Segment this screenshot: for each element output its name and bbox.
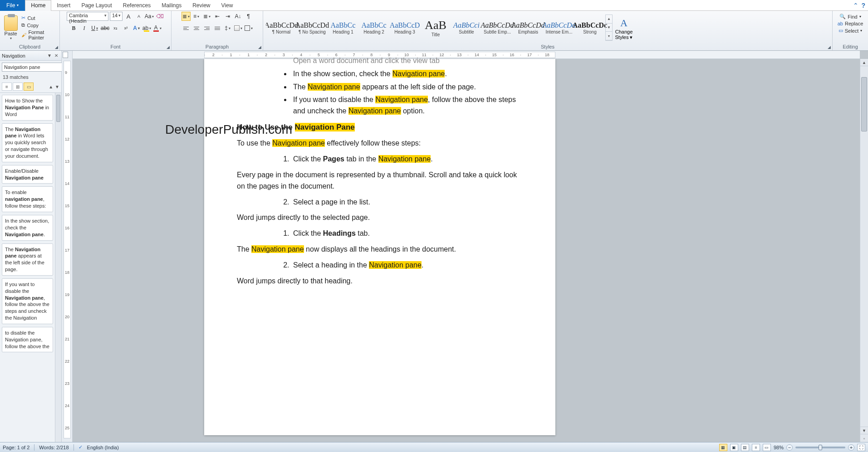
file-tab[interactable]: File ▾: [0, 0, 25, 11]
find-button[interactable]: 🔍Find ▾: [839, 14, 861, 19]
style-heading-3[interactable]: AaBbCcDHeading 3: [389, 15, 420, 41]
paste-button[interactable]: Paste ▾: [3, 15, 19, 40]
align-left-button[interactable]: [181, 24, 191, 33]
vertical-scrollbar[interactable]: ▲ ▼: [860, 59, 868, 434]
style--no-spacing[interactable]: AaBbCcDd¶ No Spacing: [297, 15, 328, 41]
help-icon[interactable]: ?: [861, 2, 865, 9]
bullets-button[interactable]: ≣▾: [181, 12, 191, 21]
style-heading-2[interactable]: AaBbCcHeading 2: [358, 15, 389, 41]
tab-review[interactable]: Review: [187, 0, 216, 11]
zoom-in-button[interactable]: +: [848, 444, 854, 451]
tab-page-layout[interactable]: Page Layout: [76, 0, 117, 11]
nav-result-item[interactable]: Enable/Disable Navigation pane: [2, 165, 53, 184]
style-title[interactable]: AaBTitle: [420, 15, 451, 41]
nav-tab-results[interactable]: ▭: [24, 83, 34, 91]
line-spacing-button[interactable]: ‡▾: [223, 24, 232, 33]
show-marks-button[interactable]: ¶: [244, 12, 253, 21]
bold-button[interactable]: B: [69, 24, 78, 33]
nav-result-item[interactable]: In the show section, check the Navigatio…: [2, 215, 53, 241]
zoom-level[interactable]: 98%: [774, 445, 784, 450]
styles-launcher[interactable]: ◢: [828, 45, 831, 49]
nav-search-input[interactable]: [2, 63, 69, 72]
document-page[interactable]: DeveloperPublish.com Open a word documen…: [204, 59, 555, 435]
align-right-button[interactable]: [202, 24, 211, 33]
format-painter-button[interactable]: 🖌Format Painter: [21, 29, 57, 40]
italic-button[interactable]: I: [80, 24, 89, 33]
style-strong[interactable]: AaBbCcDcStrong: [574, 15, 605, 41]
nav-next-result-icon[interactable]: ▼: [55, 84, 59, 89]
shrink-font-button[interactable]: A: [134, 12, 143, 21]
nav-result-item[interactable]: The Navigation pane appears at the left …: [2, 243, 53, 276]
nav-result-item[interactable]: If you want to disable the Navigation pa…: [2, 278, 53, 324]
highlight-color-button[interactable]: ab▾: [142, 24, 152, 33]
style--normal[interactable]: AaBbCcDd¶ Normal: [266, 15, 297, 41]
text-effects-button[interactable]: A▾: [132, 24, 141, 33]
font-size-combo[interactable]: 14: [110, 12, 123, 21]
style-subtle-emp-[interactable]: AaBbCcDdSubtle Emp...: [482, 15, 513, 41]
change-case-button[interactable]: Aa▾: [145, 12, 154, 21]
change-styles-button[interactable]: AChangeStyles ▾: [613, 15, 635, 40]
tab-references[interactable]: References: [118, 0, 156, 11]
cut-button[interactable]: ✂Cut: [21, 15, 57, 21]
font-name-combo[interactable]: Cambria (Headin: [67, 12, 108, 21]
strikethrough-button[interactable]: abc: [101, 24, 110, 33]
nav-pane-menu-icon[interactable]: ▼: [46, 53, 53, 58]
view-print-layout-button[interactable]: ▦: [719, 444, 727, 451]
status-language[interactable]: English (India): [87, 445, 119, 450]
numbering-button[interactable]: ≡▾: [192, 12, 201, 21]
view-web-button[interactable]: ▤: [741, 444, 749, 451]
nav-prev-result-icon[interactable]: ▲: [49, 84, 53, 89]
shading-button[interactable]: ▾: [234, 24, 243, 33]
tab-view[interactable]: View: [216, 0, 239, 11]
status-words[interactable]: Words: 2/218: [39, 445, 69, 450]
scroll-down-icon[interactable]: ▼: [860, 427, 868, 434]
nav-pane-close-icon[interactable]: ✕: [53, 53, 59, 58]
style-intense-em-[interactable]: AaBbCcDaIntense Em...: [544, 15, 574, 41]
nav-scrollbar[interactable]: [55, 93, 61, 442]
view-draft-button[interactable]: ▭: [763, 444, 771, 451]
full-screen-button[interactable]: ⛶: [857, 444, 865, 451]
styles-gallery-scroll[interactable]: ▲▼▾: [605, 15, 613, 41]
decrease-indent-button[interactable]: ⇤: [213, 12, 222, 21]
grow-font-button[interactable]: A: [124, 12, 133, 21]
clipboard-launcher[interactable]: ◢: [55, 45, 58, 49]
status-page[interactable]: Page: 1 of 2: [3, 445, 29, 450]
increase-indent-button[interactable]: ⇥: [223, 12, 232, 21]
sort-button[interactable]: A↓: [234, 12, 243, 21]
align-center-button[interactable]: [192, 24, 201, 33]
font-launcher[interactable]: ◢: [167, 45, 170, 49]
replace-button[interactable]: abReplace: [838, 21, 863, 26]
tab-insert[interactable]: Insert: [51, 0, 76, 11]
nav-tab-pages[interactable]: ⊞: [13, 83, 23, 91]
nav-result-item[interactable]: The Navigation pane in Word lets you qui…: [2, 123, 53, 162]
font-color-button[interactable]: A▾: [153, 24, 162, 33]
underline-button[interactable]: U▾: [90, 24, 99, 33]
borders-button[interactable]: ▾: [244, 24, 253, 33]
style-heading-1[interactable]: AaBbCcHeading 1: [328, 15, 358, 41]
copy-button[interactable]: ⧉Copy: [21, 22, 57, 28]
paragraph-launcher[interactable]: ◢: [258, 45, 261, 49]
tab-mailings[interactable]: Mailings: [156, 0, 187, 11]
tab-home[interactable]: Home: [25, 0, 51, 11]
style-subtitle[interactable]: AaBbCciSubtitle: [451, 15, 482, 41]
view-outline-button[interactable]: ≡: [752, 444, 760, 451]
nav-tab-headings[interactable]: ≡: [2, 83, 12, 91]
view-full-screen-button[interactable]: ▣: [730, 444, 738, 451]
justify-button[interactable]: [213, 24, 222, 33]
subscript-button[interactable]: x₂: [111, 24, 120, 33]
select-button[interactable]: ▭Select ▾: [839, 28, 863, 34]
multilevel-list-button[interactable]: ≣▾: [202, 12, 211, 21]
clear-formatting-button[interactable]: ⌫: [155, 12, 164, 21]
scroll-up-icon[interactable]: ▲: [860, 59, 868, 66]
ruler-tab-selector[interactable]: [63, 52, 68, 58]
zoom-out-button[interactable]: −: [786, 444, 793, 451]
zoom-slider[interactable]: [795, 447, 845, 448]
style-emphasis[interactable]: AaBbCcDdEmphasis: [513, 15, 544, 41]
nav-result-item[interactable]: To enable navigation pane, follow these …: [2, 186, 53, 212]
proofing-icon[interactable]: ✓: [78, 444, 83, 450]
browse-object-icon[interactable]: ◦: [860, 434, 868, 442]
minimize-ribbon-icon[interactable]: ⌃: [853, 2, 858, 9]
nav-result-item[interactable]: How to Show the Navigation Pane in Word: [2, 95, 53, 121]
superscript-button[interactable]: x²: [122, 24, 131, 33]
nav-result-item[interactable]: to disable the Navigation pane, follow t…: [2, 327, 53, 353]
